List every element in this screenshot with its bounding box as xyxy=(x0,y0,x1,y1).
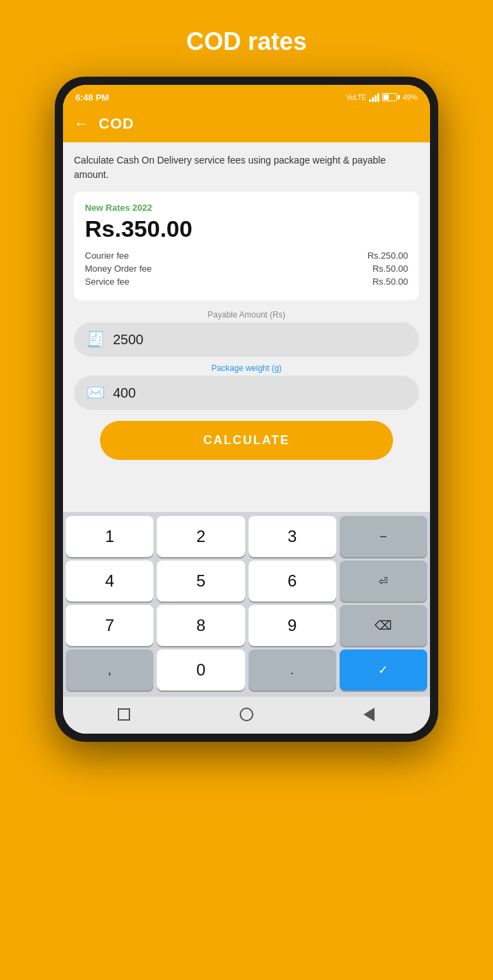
key-backspace[interactable]: ⌫ xyxy=(340,605,427,646)
phone-screen: 6:48 PM VoLTE 49% ← xyxy=(63,85,430,734)
keyboard-row-4: , 0 . ✓ xyxy=(66,649,427,691)
content-area: Calculate Cash On Delivery service fees … xyxy=(63,142,430,471)
description-text: Calculate Cash On Delivery service fees … xyxy=(74,153,419,182)
app-bar: ← COD xyxy=(63,108,430,142)
app-bar-title: COD xyxy=(99,115,134,133)
service-fee-label: Service fee xyxy=(85,276,129,287)
status-icons: VoLTE 49% xyxy=(346,92,418,102)
key-5[interactable]: 5 xyxy=(157,560,244,602)
key-0[interactable]: 0 xyxy=(157,649,244,691)
payable-input[interactable]: 🧾 2500 xyxy=(74,322,419,357)
battery-pct: 49% xyxy=(403,93,418,101)
spacer xyxy=(63,471,430,512)
key-1[interactable]: 1 xyxy=(66,516,153,557)
nav-bar xyxy=(63,697,430,734)
weight-value: 400 xyxy=(113,385,136,401)
key-3[interactable]: 3 xyxy=(249,516,336,557)
battery-icon xyxy=(382,93,400,101)
nav-square-button[interactable] xyxy=(114,705,134,724)
phone-wrapper: 6:48 PM VoLTE 49% ← xyxy=(55,77,438,742)
payable-value: 2500 xyxy=(113,332,144,348)
keyboard-row-1: 1 2 3 − xyxy=(66,516,427,557)
key-6[interactable]: 6 xyxy=(249,560,336,602)
keyboard-row-2: 4 5 6 ⏎ xyxy=(66,560,427,602)
page-title: COD rates xyxy=(0,27,493,56)
triangle-icon xyxy=(364,708,375,721)
payable-label: Payable Amount (Rs) xyxy=(74,310,419,320)
key-7[interactable]: 7 xyxy=(66,605,153,646)
key-9[interactable]: 9 xyxy=(249,605,336,646)
key-8[interactable]: 8 xyxy=(157,605,244,646)
circle-icon xyxy=(240,708,253,721)
fee-row-money-order: Money Order fee Rs.50.00 xyxy=(85,263,408,274)
service-fee-value: Rs.50.00 xyxy=(372,276,408,287)
key-period[interactable]: . xyxy=(249,649,336,691)
fee-row-service: Service fee Rs.50.00 xyxy=(85,276,408,287)
money-order-label: Money Order fee xyxy=(85,263,152,274)
key-tab[interactable]: ⏎ xyxy=(340,560,427,602)
network-icon: VoLTE xyxy=(346,94,366,101)
key-confirm[interactable]: ✓ xyxy=(340,649,427,691)
status-bar: 6:48 PM VoLTE 49% xyxy=(63,85,430,108)
money-order-value: Rs.50.00 xyxy=(372,263,408,274)
nav-back-button[interactable] xyxy=(359,705,379,724)
weight-label: Package weight (g) xyxy=(74,363,419,373)
money-icon: 🧾 xyxy=(86,331,105,348)
rate-card: New Rates 2022 Rs.350.00 Courier fee Rs.… xyxy=(74,192,419,300)
square-icon xyxy=(118,708,130,721)
key-comma[interactable]: , xyxy=(66,649,153,691)
new-rates-label: New Rates 2022 xyxy=(85,203,408,213)
courier-fee-label: Courier fee xyxy=(85,250,129,261)
signal-icon xyxy=(369,92,379,102)
keyboard-row-3: 7 8 9 ⌫ xyxy=(66,605,427,646)
back-button[interactable]: ← xyxy=(74,115,89,133)
keyboard: 1 2 3 − 4 5 6 ⏎ 7 8 9 ⌫ , 0 xyxy=(63,512,430,697)
nav-home-button[interactable] xyxy=(237,705,256,724)
mail-icon: ✉️ xyxy=(86,384,105,402)
payable-amount-group: Payable Amount (Rs) 🧾 2500 xyxy=(74,310,419,357)
key-4[interactable]: 4 xyxy=(66,560,153,602)
status-time: 6:48 PM xyxy=(75,92,109,103)
key-minus[interactable]: − xyxy=(340,516,427,557)
package-weight-group: Package weight (g) ✉️ 400 xyxy=(74,363,419,410)
courier-fee-value: Rs.250.00 xyxy=(368,250,408,261)
weight-input[interactable]: ✉️ 400 xyxy=(74,376,419,410)
key-2[interactable]: 2 xyxy=(157,516,244,557)
total-amount: Rs.350.00 xyxy=(85,216,408,242)
calculate-button[interactable]: CALCULATE xyxy=(100,421,393,460)
fee-row-courier: Courier fee Rs.250.00 xyxy=(85,250,408,261)
